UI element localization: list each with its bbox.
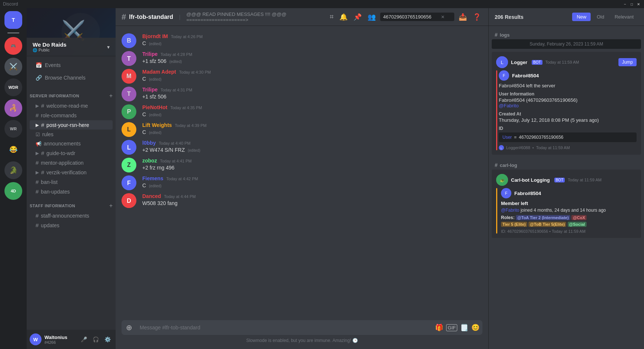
add-channel-icon[interactable]: +	[109, 202, 113, 209]
hash-icon: #	[41, 103, 44, 109]
channel-welcome[interactable]: ▶ # welcome-read-me	[30, 101, 113, 110]
avatar: W	[30, 333, 42, 345]
headset-btn[interactable]: 🎧	[90, 334, 101, 345]
table-row: M Madam Adept Today at 4:30 PM C (edited…	[116, 67, 488, 85]
search-input[interactable]	[383, 14, 439, 20]
window-controls[interactable]: − □ ✕	[623, 1, 641, 7]
result-timestamp: Today at 11:59 AM	[568, 178, 601, 182]
server-icon-2[interactable]: 🎮	[4, 37, 22, 55]
sidebar-item-events[interactable]: 📅 Events	[30, 59, 113, 71]
channel-ban-list[interactable]: # ban-list	[30, 177, 113, 187]
channel-icon-label: # lfr-tob-standard	[122, 12, 173, 22]
search-panel-header: 206 Results New Old Relevant	[489, 8, 644, 26]
svg-text:F: F	[127, 180, 131, 186]
sidebar-nav: 📅 Events 🔗 Browse Channels	[27, 56, 116, 87]
results-count: 206 Results	[495, 14, 524, 20]
close-btn[interactable]: ✕	[636, 1, 641, 7]
svg-text:🐢: 🐢	[500, 178, 505, 183]
hash-icon: #	[36, 212, 39, 219]
sidebar-item-browse[interactable]: 🔗 Browse Channels	[30, 72, 113, 84]
svg-text:L: L	[127, 144, 131, 151]
user-avatar: F	[501, 188, 511, 198]
hashtag-icon[interactable]: ⌗	[328, 11, 335, 22]
category-staff-info[interactable]: STAFF INFORMATION +	[27, 197, 116, 211]
id-line: ID: 467029603765190656 • Today at 11:59 …	[501, 229, 637, 234]
minimize-btn[interactable]: −	[623, 1, 628, 7]
channel-post-rsn[interactable]: ▶ # post-your-rsn-here	[30, 120, 113, 130]
inbox-icon[interactable]: 📥	[457, 11, 468, 23]
hash-icon: #	[495, 162, 498, 168]
chat-input[interactable]	[137, 320, 432, 335]
server-icon-label: T	[12, 17, 15, 23]
chat-header: # lfr-tob-standard | @@@ READ PINNED MES…	[116, 8, 488, 26]
search-bar[interactable]: ✕	[380, 13, 454, 21]
server-icon-tosl[interactable]: T	[4, 11, 22, 29]
channel-updates[interactable]: # updates	[30, 221, 113, 230]
message-author: PieNotHot	[142, 104, 167, 110]
message-timestamp: Today at 4:44 PM	[164, 194, 196, 199]
mic-btn[interactable]: 🎤	[79, 334, 89, 345]
result-author: Logger	[511, 60, 527, 65]
sticker-icon[interactable]: 🗒️	[460, 323, 468, 332]
message-timestamp: Today at 4:42 PM	[166, 177, 198, 181]
role-tag-toa: @ToA Tier 2 (Intermediate)	[516, 215, 570, 220]
channel-announcements[interactable]: 📢 announcements	[30, 139, 113, 148]
channel-mentor-app[interactable]: # mentor-application	[30, 158, 113, 167]
arrow-icon: ▶	[36, 123, 39, 128]
filter-new-btn[interactable]: New	[572, 13, 591, 21]
server-icon-3[interactable]: ⚔️	[4, 58, 22, 75]
message-timestamp: Today at 4:39 PM	[175, 123, 207, 128]
channel-staff-ann[interactable]: # staff-announcements	[30, 211, 113, 220]
server-banner: We Do Raids 🌐 Public ▾	[27, 8, 116, 56]
server-icon-4[interactable]: WDR	[4, 78, 22, 96]
message-timestamp: Today at 4:35 PM	[170, 105, 202, 110]
server-icon-7[interactable]: 😂	[4, 141, 22, 158]
avatar: L	[122, 122, 136, 137]
events-icon: 📅	[36, 62, 42, 68]
search-clear-icon[interactable]: ✕	[441, 14, 445, 20]
server-icon-8[interactable]: 🐊	[4, 161, 22, 179]
channel-role-commands[interactable]: # role-commands	[30, 111, 113, 120]
server-icon-5[interactable]: 🦂	[4, 99, 22, 117]
carl-username: Fabro#8504	[514, 191, 541, 196]
join-info: @Fabrito joined 4 months, 24 days and 14…	[501, 208, 637, 213]
gif-icon[interactable]: GIF	[446, 324, 457, 331]
avatar: P	[122, 104, 136, 119]
message-author: Trilipe	[142, 87, 157, 93]
info-value: Fabro#8504 (467029603765190656) @Fabrito	[499, 97, 637, 108]
channel-guide-wdr[interactable]: ▶ # guide-to-wdr	[30, 148, 113, 158]
message-author: Lift Weights	[142, 122, 172, 128]
add-channel-icon[interactable]: +	[109, 93, 113, 99]
channel-verzik[interactable]: ▶ # verzik-verification	[30, 168, 113, 177]
bot-badge: BOT	[532, 60, 542, 65]
channel-rules[interactable]: ☑ rules	[30, 130, 113, 139]
filter-old-btn[interactable]: Old	[592, 13, 608, 21]
gift-icon[interactable]: 🎁	[435, 323, 443, 332]
server-icon-6[interactable]: WR	[4, 120, 22, 138]
add-attachment-icon[interactable]: ⊕	[125, 320, 134, 335]
notification-icon[interactable]: 🔔	[338, 11, 349, 23]
channel-ban-updates[interactable]: # ban-updates	[30, 187, 113, 196]
channel-sidebar: We Do Raids 🌐 Public ▾ 📅 Events 🔗 Browse…	[27, 8, 116, 349]
jump-button[interactable]: Jump	[618, 58, 637, 66]
server-icon-9[interactable]: 4D	[4, 182, 22, 200]
pin-icon[interactable]: 📌	[352, 11, 363, 23]
category-server-info[interactable]: SERVER INFORMATION +	[27, 87, 116, 101]
table-row: L Lift Weights Today at 4:39 PM C (edite…	[116, 121, 488, 138]
maximize-btn[interactable]: □	[629, 1, 634, 7]
title-bar: Discord − □ ✕	[0, 0, 644, 8]
message-author: Trilipe	[142, 51, 157, 57]
chat-input-box: ⊕ 🎁 GIF 🗒️ 😊	[122, 320, 482, 335]
result-channel-label: # logs	[492, 29, 641, 39]
help-icon[interactable]: ❓	[471, 11, 482, 23]
avatar: L	[122, 140, 136, 155]
members-icon[interactable]: 👥	[366, 11, 377, 23]
filter-relevant-btn[interactable]: Relevant	[610, 13, 638, 21]
emoji-icon[interactable]: 😊	[471, 323, 479, 332]
result-section-carl-log: # carl-log 🐢 Carl-bot Logging BOT Today …	[492, 159, 641, 238]
settings-btn[interactable]: ⚙️	[102, 334, 113, 345]
logger-icon: L	[499, 145, 504, 150]
server-header[interactable]: We Do Raids 🌐 Public ▾	[27, 38, 116, 56]
hash-icon: #	[36, 188, 39, 195]
bot-badge: BOT	[554, 178, 565, 182]
